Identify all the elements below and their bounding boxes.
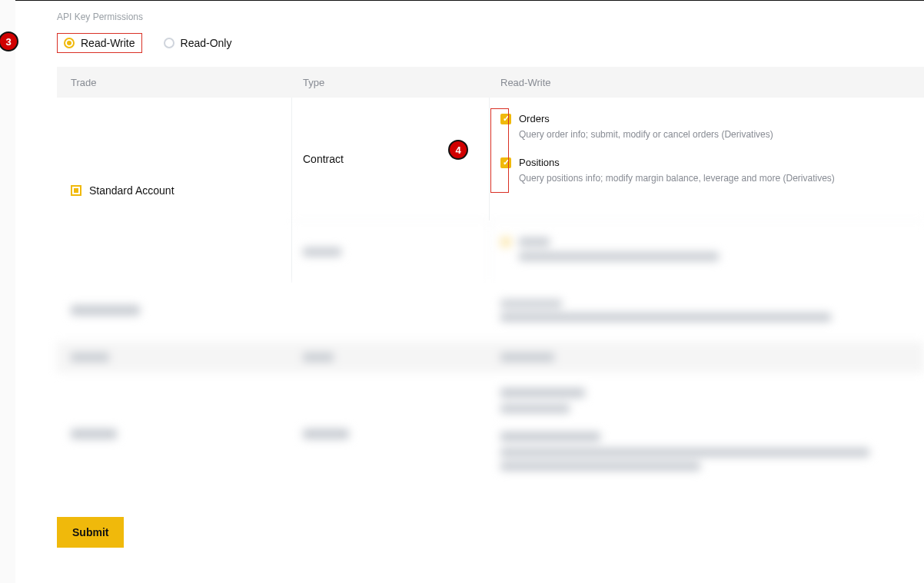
perm-desc: Query order info; submit, modify or canc… — [519, 129, 913, 140]
radio-icon — [164, 38, 174, 48]
blurred-row — [292, 220, 924, 283]
permissions-table: Trade Type Read-Write Standard Account C… — [57, 67, 924, 495]
col-header-trade: Trade — [57, 77, 292, 88]
perm-title: Orders — [519, 113, 550, 124]
permission-radio-group: Read-Write Read-Only — [57, 33, 924, 53]
perm-title: Positions — [519, 157, 560, 168]
checkbox-positions[interactable]: ✓ — [500, 157, 511, 168]
checkbox-orders[interactable]: ✓ — [500, 114, 511, 124]
perm-positions: ✓ Positions Query positions info; modify… — [500, 157, 913, 184]
col-header-perm: Read-Write — [490, 77, 924, 88]
cell-permissions: ✓ Orders Query order info; submit, modif… — [490, 98, 924, 220]
radio-icon — [64, 38, 75, 48]
cell-trade: Standard Account — [57, 98, 292, 283]
annotation-4: 4 — [448, 140, 468, 160]
table-header: Trade Type Read-Write — [57, 67, 924, 98]
table-row: Standard Account Contract ✓ Orders Query… — [57, 98, 924, 283]
perm-orders: ✓ Orders Query order info; submit, modif… — [500, 113, 913, 140]
page-root: 3 API Key Permissions Read-Write Read-On… — [15, 0, 924, 583]
perm-desc: Query positions info; modify margin bala… — [519, 173, 913, 184]
radio-read-only[interactable]: Read-Only — [158, 34, 238, 52]
radio-read-write[interactable]: Read-Write — [57, 33, 142, 53]
radio-label: Read-Write — [81, 37, 135, 49]
account-checkbox[interactable] — [71, 185, 81, 196]
account-label: Standard Account — [89, 184, 174, 197]
blurred-section — [57, 283, 924, 495]
col-header-type: Type — [292, 77, 490, 88]
radio-label: Read-Only — [181, 37, 232, 49]
section-label: API Key Permissions — [57, 12, 924, 22]
submit-button[interactable]: Submit — [57, 517, 124, 548]
annotation-3: 3 — [0, 31, 18, 51]
